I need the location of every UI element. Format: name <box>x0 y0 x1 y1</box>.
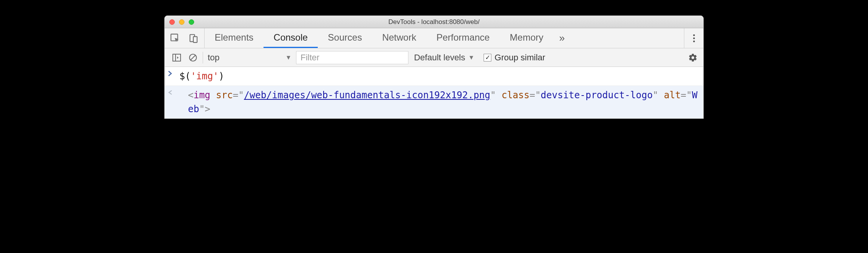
string-token: 'img' <box>191 71 219 82</box>
checkbox-icon: ✓ <box>484 54 491 62</box>
console-settings-button[interactable] <box>688 51 701 64</box>
console-result-row[interactable]: <img src="/web/images/web-fundamentals-i… <box>165 86 703 118</box>
devtools-menu-button[interactable] <box>684 28 703 48</box>
attr-name: class <box>501 90 529 101</box>
chevron-down-icon: ▼ <box>468 54 475 61</box>
tabbar-left-controls <box>165 28 205 48</box>
svg-line-9 <box>191 55 196 60</box>
svg-point-5 <box>693 40 695 42</box>
window-title: DevTools - localhost:8080/web/ <box>165 18 703 26</box>
attr-name: src <box>216 90 232 101</box>
input-expression: $('img') <box>177 69 699 83</box>
tab-label: Elements <box>215 32 253 43</box>
svg-rect-2 <box>193 36 197 42</box>
tab-console[interactable]: Console <box>264 28 318 48</box>
titlebar: DevTools - localhost:8080/web/ <box>165 16 703 28</box>
tab-label: Memory <box>510 32 544 43</box>
attr-value: devsite-product-logo <box>541 90 653 101</box>
result-element: <img src="/web/images/web-fundamentals-i… <box>177 88 699 116</box>
tag-name: img <box>193 90 210 101</box>
zoom-window-button[interactable] <box>189 19 194 25</box>
tab-label: Console <box>274 32 308 43</box>
traffic-lights <box>165 19 194 25</box>
group-similar-label: Group similar <box>494 53 545 63</box>
svg-point-4 <box>693 37 695 39</box>
tab-bar: Elements Console Sources Network Perform… <box>165 28 703 48</box>
tab-elements[interactable]: Elements <box>205 28 264 48</box>
inspect-element-icon[interactable] <box>169 32 182 45</box>
levels-label: Default levels <box>414 53 465 63</box>
tab-label: Network <box>382 32 416 43</box>
toggle-sidebar-icon[interactable] <box>170 51 183 64</box>
svg-rect-6 <box>173 54 181 61</box>
tab-label: Sources <box>328 32 362 43</box>
minimize-window-button[interactable] <box>179 19 184 25</box>
devtools-window: DevTools - localhost:8080/web/ Elements … <box>164 15 704 119</box>
execution-context-selector[interactable]: top ▼ <box>203 53 296 63</box>
attr-name: alt <box>664 90 680 101</box>
filter-input[interactable] <box>296 51 408 64</box>
group-similar-checkbox[interactable]: ✓ Group similar <box>480 53 549 63</box>
svg-point-3 <box>693 34 695 36</box>
console-output: $('img') <img src="/web/images/web-funda… <box>165 67 703 118</box>
attr-value-link[interactable]: /web/images/web-fundamentals-icon192x192… <box>244 90 491 101</box>
tab-network[interactable]: Network <box>372 28 426 48</box>
gear-icon <box>688 53 698 62</box>
chevron-down-icon: ▼ <box>286 54 292 61</box>
chevron-right-double-icon: » <box>559 32 565 44</box>
close-window-button[interactable] <box>169 19 175 25</box>
output-chevron-icon <box>168 88 177 95</box>
tabs-overflow-button[interactable]: » <box>553 28 570 48</box>
fn-token: $ <box>179 71 185 82</box>
log-levels-selector[interactable]: Default levels ▼ <box>408 53 480 63</box>
tab-memory[interactable]: Memory <box>500 28 554 48</box>
tab-sources[interactable]: Sources <box>318 28 372 48</box>
device-toolbar-icon[interactable] <box>187 32 200 45</box>
clear-console-icon[interactable] <box>186 51 200 64</box>
console-toolbar: top ▼ Default levels ▼ ✓ Group similar <box>165 48 703 67</box>
tab-performance[interactable]: Performance <box>426 28 499 48</box>
tab-label: Performance <box>436 32 489 43</box>
panel-tabs: Elements Console Sources Network Perform… <box>205 28 684 48</box>
console-input-row[interactable]: $('img') <box>165 67 703 86</box>
svg-point-10 <box>169 92 169 93</box>
kebab-menu-icon <box>693 34 695 43</box>
context-label: top <box>208 53 220 63</box>
input-chevron-icon <box>168 69 177 76</box>
